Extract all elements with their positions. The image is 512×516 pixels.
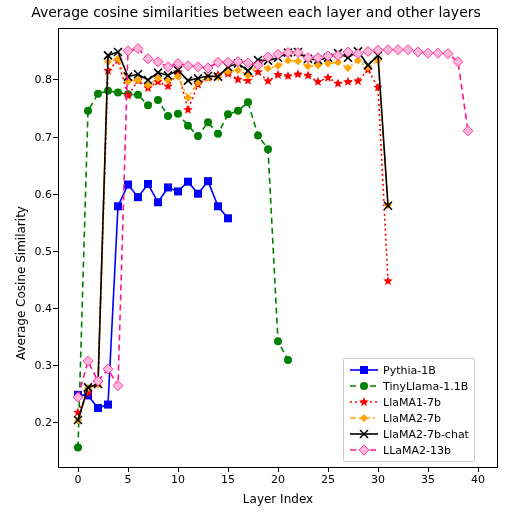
svg-point-17 (84, 107, 92, 115)
svg-point-36 (274, 337, 282, 345)
x-tick-label: 40 (471, 473, 485, 486)
y-tick-label: 0.5 (35, 244, 53, 257)
x-tick-label: 10 (171, 473, 185, 486)
svg-point-30 (214, 130, 222, 138)
legend-swatch-icon (349, 379, 379, 393)
y-tick (53, 251, 58, 252)
svg-rect-11 (184, 178, 192, 186)
chart-title: Average cosine similarities between each… (0, 4, 512, 20)
y-tick (53, 137, 58, 138)
svg-rect-15 (224, 214, 232, 222)
svg-point-105 (360, 382, 368, 390)
legend-swatch-icon (349, 395, 379, 409)
legend-swatch-icon (349, 363, 379, 377)
x-tick (478, 467, 479, 472)
legend-entry: Pythia-1B (349, 362, 469, 378)
x-tick (228, 467, 229, 472)
svg-rect-8 (154, 198, 162, 206)
svg-rect-12 (194, 190, 202, 198)
svg-rect-13 (204, 177, 212, 185)
y-tick-label: 0.2 (35, 416, 53, 429)
svg-rect-10 (174, 187, 182, 195)
legend-label: Pythia-1B (383, 364, 436, 377)
svg-point-37 (284, 356, 292, 364)
svg-rect-7 (144, 180, 152, 188)
svg-point-33 (244, 98, 252, 106)
x-tick-label: 25 (321, 473, 335, 486)
legend-swatch-icon (349, 427, 379, 441)
svg-rect-6 (134, 193, 142, 201)
legend-swatch-icon (349, 411, 379, 425)
svg-point-28 (194, 132, 202, 140)
y-tick (53, 79, 58, 80)
legend-entry: LlaMA1-7b (349, 394, 469, 410)
y-tick-label: 0.4 (35, 302, 53, 315)
svg-point-29 (204, 118, 212, 126)
x-tick-label: 5 (125, 473, 132, 486)
y-tick-label: 0.7 (35, 130, 53, 143)
y-tick (53, 194, 58, 195)
x-tick-label: 15 (221, 473, 235, 486)
legend: Pythia-1BTinyLlama-1.1BLlaMA1-7bLlaMA2-7… (343, 358, 475, 462)
x-tick (178, 467, 179, 472)
x-tick (78, 467, 79, 472)
svg-point-35 (264, 145, 272, 153)
y-tick (53, 308, 58, 309)
y-tick-label: 0.6 (35, 187, 53, 200)
x-tick (428, 467, 429, 472)
svg-point-27 (184, 122, 192, 130)
svg-point-25 (164, 112, 172, 120)
x-tick (328, 467, 329, 472)
x-axis-label: Layer Index (58, 492, 498, 506)
svg-point-16 (74, 443, 82, 451)
x-tick (128, 467, 129, 472)
legend-label: LlaMA1-7b (383, 396, 441, 409)
svg-point-31 (224, 110, 232, 118)
svg-point-26 (174, 110, 182, 118)
legend-entry: LlaMA2-7b (349, 410, 469, 426)
svg-rect-5 (124, 181, 132, 189)
svg-point-22 (134, 91, 142, 99)
svg-rect-103 (360, 366, 368, 374)
legend-entry: TinyLlama-1.1B (349, 378, 469, 394)
svg-rect-9 (164, 183, 172, 191)
x-tick-label: 20 (271, 473, 285, 486)
svg-point-24 (154, 96, 162, 104)
svg-point-34 (254, 131, 262, 139)
svg-rect-3 (104, 401, 112, 409)
svg-point-23 (144, 101, 152, 109)
y-axis-label: Average Cosine Similarity (14, 206, 28, 360)
x-tick (378, 467, 379, 472)
y-tick-label: 0.8 (35, 73, 53, 86)
svg-point-32 (234, 107, 242, 115)
legend-label: TinyLlama-1.1B (383, 380, 468, 393)
legend-entry: LlaMA2-7b-chat (349, 426, 469, 442)
svg-rect-4 (114, 202, 122, 210)
y-tick-label: 0.3 (35, 359, 53, 372)
svg-rect-14 (214, 202, 222, 210)
legend-swatch-icon (349, 443, 379, 457)
x-tick-label: 30 (371, 473, 385, 486)
legend-label: LlaMA2-7b (383, 412, 441, 425)
legend-entry: LLaMA2-13b (349, 442, 469, 458)
chart-figure: Average cosine similarities between each… (0, 0, 512, 516)
x-tick-label: 0 (75, 473, 82, 486)
x-tick-label: 35 (421, 473, 435, 486)
svg-rect-2 (94, 404, 102, 412)
y-tick (53, 365, 58, 366)
y-tick (53, 422, 58, 423)
svg-point-18 (94, 90, 102, 98)
legend-label: LLaMA2-13b (383, 444, 451, 457)
svg-point-20 (114, 89, 122, 97)
x-tick (278, 467, 279, 472)
legend-label: LlaMA2-7b-chat (383, 428, 469, 441)
